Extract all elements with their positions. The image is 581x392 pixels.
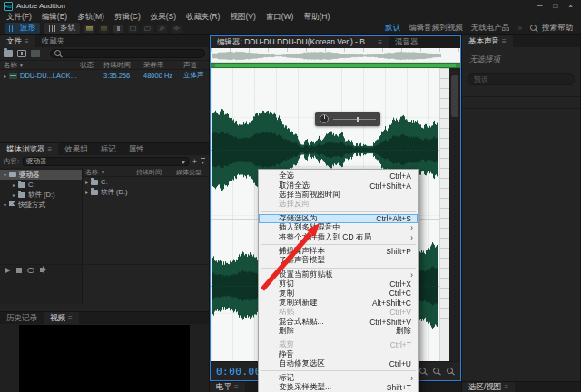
new-file-icon[interactable]	[31, 50, 40, 57]
spectral-frequency-display-icon[interactable]	[84, 24, 94, 33]
menubar-item-file[interactable]: 文件(F)	[6, 12, 32, 23]
folder-icon	[18, 182, 25, 188]
preview-volume-icon[interactable]	[40, 268, 44, 272]
tab-editor[interactable]: 编辑器: DDU-DU DDU-DU(Korean Ver.) - BLACKP…	[211, 36, 389, 48]
tree-item-d-drive[interactable]: ▸软件 (D:)	[0, 190, 82, 200]
tab-media-browser[interactable]: 媒体浏览器≡	[0, 143, 58, 155]
tab-levels[interactable]: 电平 ≡	[210, 382, 245, 392]
panel-menu-icon[interactable]: ≡	[504, 383, 508, 391]
files-column-sample-rate[interactable]: 采样率	[143, 61, 183, 70]
panel-menu-icon[interactable]: ≡	[68, 314, 73, 322]
menubar-item-window[interactable]: 窗口(W)	[266, 12, 294, 23]
media-column-name[interactable]: 名称▼	[85, 168, 136, 177]
file-row[interactable]: ▸DDU-DU...LACKPINK.mp43:35.25648000 Hz立体…	[0, 70, 209, 81]
expand-icon[interactable]: ▾	[4, 172, 6, 178]
files-search-input[interactable]	[50, 49, 205, 58]
context-menu-item-learn-sound-model[interactable]: 了解声音模型	[259, 256, 418, 265]
files-column-name[interactable]: 名称▼	[4, 61, 80, 70]
tab-history[interactable]: 历史记录	[0, 312, 44, 324]
paintbrush-selection-tool-icon[interactable]	[157, 24, 167, 33]
workspace-edit-audio-to-video[interactable]: 编辑音频到视频	[409, 23, 463, 34]
panel-menu-icon[interactable]: ≡	[502, 37, 507, 45]
menubar-item-edit[interactable]: 编辑(E)	[42, 12, 67, 23]
panel-menu-icon[interactable]: ≡	[48, 145, 53, 153]
search-help-button[interactable]: 搜索帮助	[530, 23, 573, 34]
open-file-icon[interactable]	[4, 50, 13, 57]
time-selection-tool-icon[interactable]	[113, 24, 123, 33]
content-dropdown[interactable]: 驱动器 ▾	[23, 157, 189, 166]
filter-icon[interactable]: ▼	[201, 158, 205, 165]
vertical-scrollbar[interactable]	[449, 68, 460, 361]
menubar-item-help[interactable]: 帮助(H)	[303, 12, 330, 23]
menubar-item-multitrack[interactable]: 多轨(M)	[77, 12, 104, 23]
files-list: ▸DDU-DU...LACKPINK.mp43:35.25648000 Hz立体…	[0, 70, 209, 81]
media-browser-column-headers: 名称▼持续时间媒体类型	[83, 168, 209, 177]
expand-icon[interactable]: ▾	[4, 201, 6, 208]
zoom-out-time-icon[interactable]	[419, 368, 428, 376]
multitrack-mode-label: 多轨	[60, 23, 75, 34]
files-column-duration[interactable]: 持续时间	[103, 61, 143, 70]
volume-slider[interactable]	[333, 119, 376, 120]
tree-item-shortcuts[interactable]: ▾快捷方式	[0, 200, 82, 210]
menubar-item-effects[interactable]: 效果(S)	[151, 12, 176, 23]
expand-icon[interactable]: ▸	[4, 73, 6, 79]
close-button[interactable]: ×	[568, 2, 573, 10]
expand-icon[interactable]: ▸	[85, 179, 88, 185]
tab-files[interactable]: 文件≡	[0, 35, 35, 47]
maximize-button[interactable]: □	[553, 2, 557, 10]
waveform-mode-button[interactable]: 波形	[5, 23, 40, 34]
preview-loop-icon[interactable]	[27, 268, 34, 273]
expand-icon[interactable]: ▸	[13, 181, 15, 188]
workspace-radio-production[interactable]: 无线电产品	[471, 23, 510, 34]
panel-menu-icon[interactable]: ≡	[234, 383, 239, 391]
spectral-pitch-display-icon[interactable]	[99, 24, 109, 33]
tab-favorites[interactable]: 收藏夹	[35, 35, 72, 47]
spot-healing-brush-tool-icon[interactable]	[172, 24, 182, 33]
context-menu-item-delete[interactable]: 删除删除	[259, 327, 418, 336]
tab-properties[interactable]: 属性	[123, 143, 151, 155]
files-column-status[interactable]: 状态	[80, 61, 103, 70]
expand-icon[interactable]: ▸	[85, 189, 88, 195]
context-menu-item-insert-into-cd-layout[interactable]: 将整个文件插入到 CD 布局›	[259, 232, 418, 241]
import-file-icon[interactable]	[17, 50, 26, 57]
context-menu-item-auto-heal-selection[interactable]: 自动修复选区Ctrl+U	[259, 359, 418, 368]
multitrack-mode-button[interactable]: 多轨	[44, 23, 80, 34]
volume-hud[interactable]	[315, 112, 380, 126]
minimize-button[interactable]: ─	[537, 2, 543, 10]
volume-knob-icon[interactable]	[320, 114, 329, 123]
files-toolbar	[0, 47, 209, 60]
vertical-scrollbar-thumb[interactable]	[451, 75, 458, 117]
tab-effects-rack[interactable]: 效果组	[58, 143, 94, 155]
media-list-item-c-drive[interactable]: ▸C:	[83, 177, 209, 187]
tab-selection-view[interactable]: 选区/视图 ≡	[462, 382, 515, 392]
workspace-overflow-button[interactable]: »	[517, 24, 522, 33]
preview-stop-icon[interactable]	[16, 268, 22, 273]
add-shortcut-button[interactable]: +	[192, 157, 197, 166]
zoom-full-icon[interactable]	[447, 368, 455, 376]
tree-item-drives[interactable]: ▾驱动器	[0, 170, 82, 180]
preview-play-icon[interactable]	[5, 268, 11, 273]
tab-video[interactable]: 视频≡	[44, 312, 79, 324]
expand-icon[interactable]: ▸	[13, 191, 15, 198]
tree-item-c-drive[interactable]: ▸C:	[0, 180, 82, 190]
media-list-item-d-drive[interactable]: ▸软件 (D:)	[83, 187, 209, 197]
menu-separator	[261, 211, 416, 212]
zoom-navigator[interactable]	[211, 48, 460, 63]
tab-mixer[interactable]: 混音器	[389, 36, 425, 48]
workspace-default[interactable]: 默认	[385, 23, 400, 34]
files-column-channels[interactable]: 声道	[183, 61, 209, 70]
context-menu-item-convert-sample-type[interactable]: 变换采样类型...Shift+T	[259, 383, 418, 392]
tab-essential-sound[interactable]: 基本声音 ≡	[462, 35, 513, 47]
media-column-media-type[interactable]: 媒体类型	[176, 168, 209, 177]
lasso-selection-tool-icon[interactable]	[143, 24, 153, 33]
menubar-item-clip[interactable]: 剪辑(C)	[114, 12, 141, 23]
menubar-item-favorites[interactable]: 收藏夹(R)	[186, 12, 220, 23]
media-column-duration[interactable]: 持续时间	[136, 168, 176, 177]
search-help-label: 搜索帮助	[542, 23, 573, 34]
tab-markers[interactable]: 标记	[94, 143, 123, 155]
panel-menu-icon[interactable]: ≡	[25, 37, 29, 45]
panel-menu-icon[interactable]: ≡	[378, 38, 382, 46]
zoom-selection-icon[interactable]	[433, 368, 441, 376]
marquee-selection-tool-icon[interactable]	[128, 24, 138, 33]
menubar-item-view[interactable]: 视图(V)	[230, 12, 255, 23]
